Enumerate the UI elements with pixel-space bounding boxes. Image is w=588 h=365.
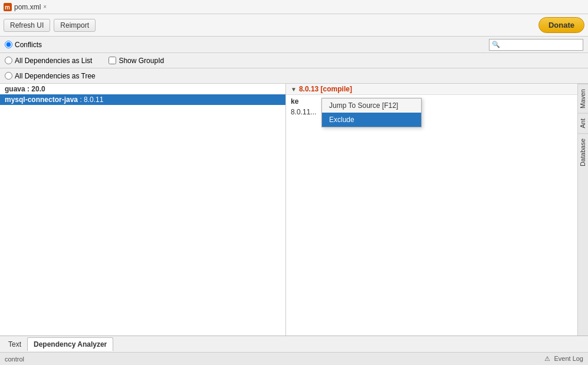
- dep-name: mysql-connector-java: [5, 96, 78, 104]
- context-menu-jump-to-source[interactable]: Jump To Source [F12]: [322, 98, 421, 113]
- all-deps-tree-radio-label[interactable]: All Dependencies as Tree: [5, 72, 96, 80]
- all-deps-tree-label: All Dependencies as Tree: [15, 72, 96, 80]
- status-bar: control ⚠ Event Log: [0, 352, 588, 365]
- vertical-tabs: Maven Ant Database: [577, 84, 588, 336]
- tab-dependency-analyzer-label: Dependency Analyzer: [34, 340, 107, 348]
- all-deps-list-radio-label[interactable]: All Dependencies as List: [5, 57, 92, 65]
- vertical-tab-maven-label: Maven: [579, 89, 586, 108]
- status-right: ⚠ Event Log: [544, 355, 583, 363]
- context-menu: Jump To Source [F12] Exclude: [321, 98, 422, 127]
- context-menu-item-label: Jump To Source [F12]: [329, 101, 398, 110]
- vertical-tab-database-label: Database: [579, 139, 586, 166]
- show-group-id-text: Show GroupId: [119, 57, 164, 65]
- list-item[interactable]: guava : 20.0: [0, 84, 285, 94]
- refresh-ui-button[interactable]: Refresh UI: [4, 19, 50, 32]
- dep-version: : 20.0: [25, 85, 45, 93]
- collapse-icon[interactable]: ▼: [291, 86, 297, 93]
- all-deps-tree-radio[interactable]: [5, 72, 12, 80]
- right-panel-header: ▼ 8.0.13 [compile]: [286, 84, 588, 95]
- show-group-id-checkbox[interactable]: [109, 57, 116, 64]
- item-label: 8.0.11...: [291, 108, 316, 116]
- vertical-tab-maven[interactable]: Maven: [578, 84, 588, 113]
- context-menu-exclude[interactable]: Exclude: [322, 113, 421, 127]
- vertical-tab-database[interactable]: Database: [578, 133, 588, 171]
- conflicts-label: Conflicts: [15, 41, 42, 49]
- donate-button[interactable]: Donate: [538, 17, 584, 33]
- right-header-version: 8.0.13 [compile]: [299, 85, 352, 93]
- context-menu-item-label: Exclude: [329, 116, 354, 124]
- close-tab-button[interactable]: ×: [43, 4, 47, 10]
- left-panel: guava : 20.0 mysql-connector-java : 8.0.…: [0, 84, 286, 336]
- m-logo-icon: m: [4, 3, 12, 11]
- search-box[interactable]: 🔍: [489, 39, 583, 51]
- list-item[interactable]: mysql-connector-java : 8.0.11: [0, 94, 285, 105]
- all-deps-list-radio[interactable]: [5, 57, 12, 64]
- options-row-1: Conflicts 🔍: [0, 37, 588, 53]
- tab-filename: pom.xml: [14, 3, 41, 11]
- tab-text-label: Text: [8, 340, 21, 348]
- search-icon: 🔍: [492, 41, 500, 48]
- all-deps-list-label: All Dependencies as List: [15, 57, 92, 65]
- event-log-label[interactable]: Event Log: [554, 355, 583, 362]
- vertical-tab-ant[interactable]: Ant: [578, 113, 588, 133]
- search-input[interactable]: [501, 41, 580, 48]
- toolbar: Refresh UI Reimport Donate: [0, 14, 588, 37]
- title-bar: m pom.xml ×: [0, 0, 588, 14]
- right-panel: ▼ 8.0.13 [compile] ke 8.0.11... Jump To …: [286, 84, 588, 336]
- dep-name: guava: [5, 85, 25, 93]
- vertical-tab-ant-label: Ant: [579, 119, 586, 129]
- options-row-2: All Dependencies as List Show GroupId: [0, 53, 588, 68]
- show-group-id-label[interactable]: Show GroupId: [109, 57, 164, 65]
- tab-text[interactable]: Text: [2, 338, 27, 351]
- conflicts-radio-label[interactable]: Conflicts: [5, 41, 42, 49]
- conflicts-radio[interactable]: [5, 41, 12, 48]
- dep-version: : 8.0.11: [78, 96, 103, 104]
- status-left: control: [5, 356, 24, 363]
- item-label: ke: [291, 97, 298, 106]
- bottom-tab-bar: Text Dependency Analyzer: [0, 336, 588, 352]
- toolbar-left: Refresh UI Reimport: [4, 19, 96, 32]
- tab-dependency-analyzer[interactable]: Dependency Analyzer: [27, 337, 113, 351]
- main-area: guava : 20.0 mysql-connector-java : 8.0.…: [0, 84, 588, 336]
- options-row-3: All Dependencies as Tree: [0, 68, 588, 84]
- event-log-icon: ⚠: [544, 355, 550, 362]
- reimport-button[interactable]: Reimport: [54, 19, 96, 32]
- svg-text:m: m: [5, 4, 10, 11]
